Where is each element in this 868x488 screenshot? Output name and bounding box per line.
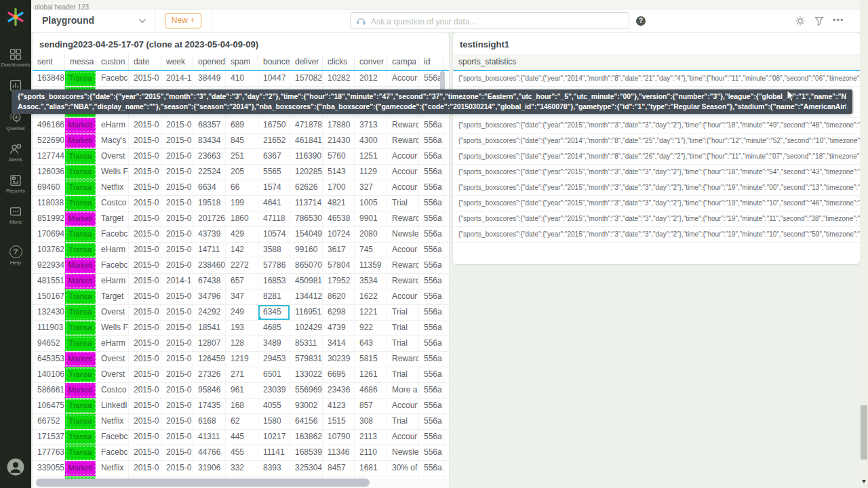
table-cell[interactable]: 325304	[290, 461, 323, 476]
table-cell[interactable]: 5565	[258, 165, 290, 180]
table-cell[interactable]: 10724	[323, 227, 355, 242]
table-cell[interactable]: 556a	[419, 196, 444, 211]
table-cell[interactable]: 116951	[290, 305, 323, 320]
table-cell[interactable]: 6695	[323, 367, 355, 382]
table-cell[interactable]: 106475	[33, 399, 65, 413]
table-cell[interactable]: Accour	[387, 243, 419, 258]
table-cell[interactable]: Transa	[65, 289, 96, 304]
table-cell[interactable]: 5143	[323, 165, 355, 180]
table-cell[interactable]: 30% of	[387, 461, 419, 476]
table-cell[interactable]: 66752	[33, 414, 65, 429]
table-cell[interactable]: 23039	[258, 383, 290, 398]
table-cell[interactable]: Transa	[65, 227, 96, 242]
json-row[interactable]: {"sports_boxscores":{"date":{"year":"201…	[453, 71, 860, 87]
table-cell[interactable]: 10282	[323, 71, 355, 86]
table-cell[interactable]: 556a	[419, 352, 444, 367]
table-cell[interactable]: Transa	[65, 196, 96, 211]
column-header-id[interactable]: id	[419, 54, 444, 70]
table-cell[interactable]: 68357	[193, 118, 226, 133]
table-cell[interactable]: 6634	[193, 180, 226, 195]
table-cell[interactable]: 347	[226, 289, 258, 304]
table-cell[interactable]: 271	[226, 367, 258, 382]
table-cell[interactable]: 142	[226, 243, 258, 258]
chevron-down-icon[interactable]	[138, 18, 146, 24]
table-cell[interactable]: 57804	[323, 258, 355, 273]
table-cell[interactable]: 410	[226, 71, 258, 86]
table-cell[interactable]: Accour	[387, 430, 419, 445]
table-cell[interactable]: 2015-0	[161, 414, 193, 429]
table-cell[interactable]: 2015-0	[161, 352, 193, 367]
scroll-down-arrow-icon[interactable]	[862, 480, 866, 483]
table-cell[interactable]: 69460	[33, 180, 65, 195]
table-cell[interactable]: 2015-0	[129, 445, 161, 460]
table-cell[interactable]: Transa	[65, 445, 96, 460]
table-cell[interactable]: 2015-0	[129, 243, 161, 258]
table-cell[interactable]: 17435	[193, 399, 226, 413]
table-cell[interactable]: 2015-0	[129, 227, 161, 242]
table-cell[interactable]: Transa	[65, 305, 96, 320]
table-cell[interactable]: Trial	[387, 336, 419, 351]
table-cell[interactable]: Transa	[65, 336, 96, 351]
app-logo[interactable]	[5, 7, 26, 27]
table-cell[interactable]: 111903	[33, 321, 65, 336]
search-bar[interactable]	[350, 12, 629, 29]
table-cell[interactable]: 62	[226, 414, 258, 429]
sidebar-item-reports[interactable]: Reports	[0, 174, 31, 195]
table-cell[interactable]: 2272	[226, 258, 258, 273]
table-cell[interactable]: 41311	[193, 430, 226, 445]
table-cell[interactable]: 140106	[33, 367, 65, 382]
search-input[interactable]	[370, 14, 623, 29]
table-cell[interactable]: Facebc	[96, 71, 129, 86]
table-cell[interactable]: eHarm	[96, 274, 129, 289]
table-cell[interactable]: 556a	[419, 321, 444, 336]
table-cell[interactable]: Transa	[65, 180, 96, 195]
table-cell[interactable]: 556a	[419, 243, 444, 258]
column-header-deliver[interactable]: deliver	[290, 54, 323, 70]
table-cell[interactable]: 1622	[355, 289, 387, 304]
json-row[interactable]: {"sports_boxscores":{"date":{"year":"201…	[453, 134, 860, 149]
table-cell[interactable]: Wells F	[96, 165, 129, 180]
column-header-date[interactable]: date	[129, 54, 161, 70]
table-cell[interactable]: 3534	[355, 274, 387, 289]
table-cell[interactable]: 47118	[258, 211, 290, 226]
table-cell[interactable]: 2015-0	[161, 336, 193, 351]
table-cell[interactable]: 455	[226, 445, 258, 460]
table-cell[interactable]: 556a	[419, 445, 444, 460]
sidebar-item-more[interactable]: More	[0, 205, 31, 226]
table-cell[interactable]: 857	[355, 399, 387, 413]
column-header-sent[interactable]: sent	[33, 54, 65, 70]
table-cell[interactable]: 127744	[33, 149, 65, 164]
new-button[interactable]: New +	[165, 13, 201, 28]
table-cell[interactable]: 8281	[258, 289, 290, 304]
json-row[interactable]: {"sports_boxscores":{"date":{"year":"201…	[453, 165, 860, 180]
json-row[interactable]: {"sports_boxscores":{"date":{"year":"201…	[453, 211, 860, 227]
table-cell[interactable]: 2012	[355, 71, 387, 86]
table-cell[interactable]: Transa	[65, 149, 96, 164]
table-cell[interactable]: 496166	[33, 118, 65, 133]
column-header-messa[interactable]: messa	[65, 54, 96, 70]
table-cell[interactable]: 4686	[355, 383, 387, 398]
table-cell[interactable]: Overst	[96, 367, 129, 382]
table-cell[interactable]: Accour	[387, 399, 419, 413]
table-cell[interactable]: 62626	[290, 180, 323, 195]
table-cell[interactable]: 10574	[258, 227, 290, 242]
table-cell[interactable]: Wells F	[96, 321, 129, 336]
table-cell[interactable]: 103762	[33, 243, 65, 258]
table-cell[interactable]: 2015-0	[161, 289, 193, 304]
search-help-icon[interactable]: ?	[636, 16, 646, 26]
table-cell[interactable]: 1219	[226, 352, 258, 367]
table-cell[interactable]: 132430	[33, 305, 65, 320]
table-cell[interactable]: 4055	[258, 399, 290, 413]
table-cell[interactable]: 2015-0	[129, 211, 161, 226]
table-cell[interactable]: 4300	[355, 134, 387, 148]
table-cell[interactable]: 134412	[290, 289, 323, 304]
table-cell[interactable]: Overst	[96, 149, 129, 164]
table-cell[interactable]: 126036	[33, 165, 65, 180]
table-cell[interactable]: 93002	[290, 399, 323, 413]
table-cell[interactable]: 8457	[323, 461, 355, 476]
table-cell[interactable]: 30239	[323, 352, 355, 367]
table-cell[interactable]: 128	[226, 336, 258, 351]
table-cell[interactable]: 1515	[323, 414, 355, 429]
table-cell[interactable]: 2015-0	[129, 399, 161, 413]
table-cell[interactable]: 1580	[258, 414, 290, 429]
